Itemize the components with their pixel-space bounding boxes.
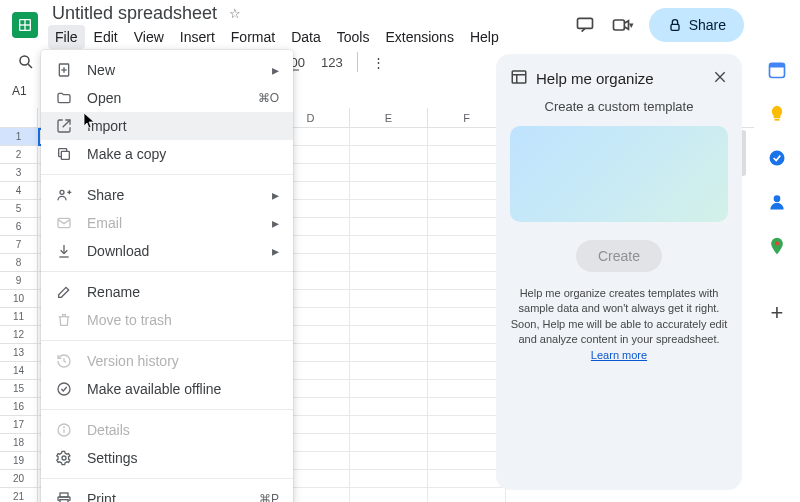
row-header[interactable]: 15: [0, 380, 38, 398]
cell[interactable]: [350, 200, 428, 218]
menu-item-make-available-offline[interactable]: Make available offline: [41, 375, 293, 403]
meet-icon[interactable]: ▾: [611, 13, 635, 37]
row-header[interactable]: 21: [0, 488, 38, 502]
menu-item-make-a-copy[interactable]: Make a copy: [41, 140, 293, 168]
format-number-button[interactable]: 123: [317, 55, 347, 70]
cell[interactable]: [428, 452, 506, 470]
cell[interactable]: [350, 128, 428, 146]
menu-item-rename[interactable]: Rename: [41, 278, 293, 306]
cell[interactable]: [350, 164, 428, 182]
menu-item-import[interactable]: Import: [41, 112, 293, 140]
row-header[interactable]: 16: [0, 398, 38, 416]
menu-extensions[interactable]: Extensions: [378, 25, 460, 49]
cell[interactable]: [350, 416, 428, 434]
star-icon[interactable]: ☆: [229, 6, 241, 21]
cell[interactable]: [350, 362, 428, 380]
row-header[interactable]: 2: [0, 146, 38, 164]
select-all-corner[interactable]: [0, 108, 38, 127]
row-header[interactable]: 8: [0, 254, 38, 272]
cell[interactable]: [350, 326, 428, 344]
cell[interactable]: [428, 416, 506, 434]
cell[interactable]: [428, 236, 506, 254]
row-header[interactable]: 10: [0, 290, 38, 308]
cell[interactable]: [350, 344, 428, 362]
column-header[interactable]: E: [350, 108, 428, 127]
cell[interactable]: [428, 218, 506, 236]
row-header[interactable]: 7: [0, 236, 38, 254]
cell[interactable]: [350, 272, 428, 290]
cell[interactable]: [350, 218, 428, 236]
comments-icon[interactable]: [573, 13, 597, 37]
calendar-icon[interactable]: [767, 60, 787, 80]
menu-item-print[interactable]: Print⌘P: [41, 485, 293, 502]
row-header[interactable]: 18: [0, 434, 38, 452]
cell[interactable]: [428, 164, 506, 182]
row-header[interactable]: 14: [0, 362, 38, 380]
cell[interactable]: [350, 146, 428, 164]
learn-more-link[interactable]: Learn more: [591, 349, 647, 361]
cell[interactable]: [428, 254, 506, 272]
menu-item-open[interactable]: Open⌘O: [41, 84, 293, 112]
cell[interactable]: [350, 398, 428, 416]
sheets-logo-icon[interactable]: [12, 12, 38, 38]
menu-data[interactable]: Data: [284, 25, 328, 49]
menu-item-new[interactable]: New▸: [41, 56, 293, 84]
close-icon[interactable]: [712, 69, 728, 88]
cell[interactable]: [428, 398, 506, 416]
menu-help[interactable]: Help: [463, 25, 506, 49]
menu-edit[interactable]: Edit: [87, 25, 125, 49]
cell[interactable]: [350, 254, 428, 272]
contacts-icon[interactable]: [767, 192, 787, 212]
row-header[interactable]: 4: [0, 182, 38, 200]
cell[interactable]: [428, 344, 506, 362]
row-header[interactable]: 17: [0, 416, 38, 434]
cell[interactable]: [350, 452, 428, 470]
cell[interactable]: [428, 272, 506, 290]
cell[interactable]: [350, 290, 428, 308]
more-icon[interactable]: ⋮: [368, 55, 389, 70]
cell[interactable]: [428, 182, 506, 200]
cell[interactable]: [350, 182, 428, 200]
row-header[interactable]: 19: [0, 452, 38, 470]
menu-item-share[interactable]: Share▸: [41, 181, 293, 209]
row-header[interactable]: 5: [0, 200, 38, 218]
row-header[interactable]: 13: [0, 344, 38, 362]
cell[interactable]: [428, 488, 506, 502]
row-header[interactable]: 20: [0, 470, 38, 488]
cell[interactable]: [428, 200, 506, 218]
cell[interactable]: [428, 362, 506, 380]
menu-insert[interactable]: Insert: [173, 25, 222, 49]
cell[interactable]: [428, 470, 506, 488]
menu-file[interactable]: File: [48, 25, 85, 49]
tasks-icon[interactable]: [767, 148, 787, 168]
keep-icon[interactable]: [767, 104, 787, 124]
cell[interactable]: [350, 236, 428, 254]
cell[interactable]: [350, 488, 428, 502]
search-icon[interactable]: [12, 48, 40, 76]
row-header[interactable]: 1: [0, 128, 38, 146]
cell[interactable]: [428, 308, 506, 326]
row-header[interactable]: 6: [0, 218, 38, 236]
cell[interactable]: [428, 290, 506, 308]
menu-view[interactable]: View: [127, 25, 171, 49]
menu-item-download[interactable]: Download▸: [41, 237, 293, 265]
add-on-plus-icon[interactable]: +: [771, 300, 784, 326]
row-header[interactable]: 3: [0, 164, 38, 182]
create-button[interactable]: Create: [576, 240, 662, 272]
menu-format[interactable]: Format: [224, 25, 282, 49]
row-header[interactable]: 12: [0, 326, 38, 344]
cell[interactable]: [428, 434, 506, 452]
column-header[interactable]: F: [428, 108, 506, 127]
maps-icon[interactable]: [767, 236, 787, 256]
cell[interactable]: [428, 128, 506, 146]
doc-title[interactable]: Untitled spreadsheet: [48, 2, 221, 25]
menu-tools[interactable]: Tools: [330, 25, 377, 49]
cell[interactable]: [350, 308, 428, 326]
cell[interactable]: [428, 146, 506, 164]
cell[interactable]: [428, 380, 506, 398]
cell[interactable]: [428, 326, 506, 344]
row-header[interactable]: 11: [0, 308, 38, 326]
menu-item-settings[interactable]: Settings: [41, 444, 293, 472]
cell[interactable]: [350, 470, 428, 488]
row-header[interactable]: 9: [0, 272, 38, 290]
